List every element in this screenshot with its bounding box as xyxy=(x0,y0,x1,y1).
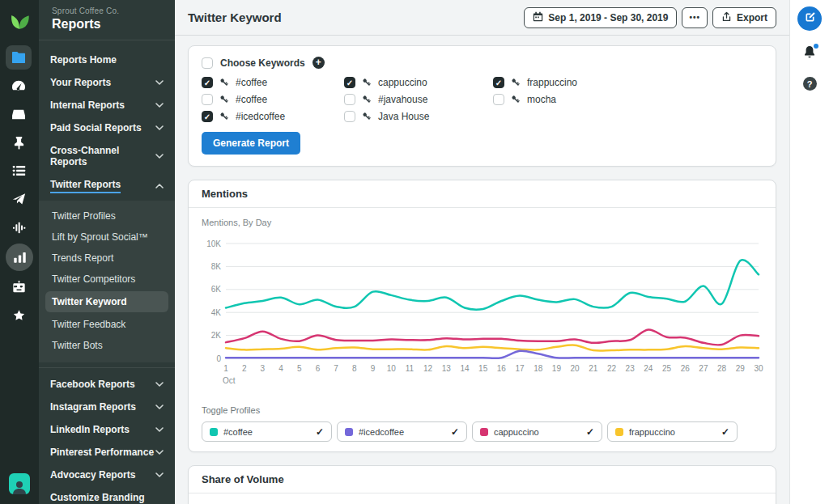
rail-icon-list xyxy=(6,45,33,332)
reports-sidebar: Sprout Coffee Co. Reports Reports Home Y… xyxy=(39,0,175,504)
keyword-option-icedcoffee[interactable]: ✓#icedcoffee xyxy=(202,111,344,122)
compose-button[interactable] xyxy=(797,6,822,31)
choose-keywords-checkbox[interactable] xyxy=(202,57,213,69)
sidebar-group-internal-reports[interactable]: Internal Reports xyxy=(39,94,175,116)
sidebar-item-twitter-keyword[interactable]: Twitter Keyword xyxy=(45,291,168,312)
svg-text:14: 14 xyxy=(460,364,470,373)
sidebar-item-twitter-bots[interactable]: Twitter Bots xyxy=(39,335,175,356)
avatar[interactable] xyxy=(9,473,30,494)
sidebar-item-twitter-profiles[interactable]: Twitter Profiles xyxy=(39,205,175,227)
sidebar-item-lift-by-sprout-social[interactable]: Lift by Sprout Social™ xyxy=(39,227,175,248)
inbox-tray-icon[interactable] xyxy=(6,102,32,126)
keyword-option-frappuccino[interactable]: ✓frappuccino xyxy=(493,77,577,88)
header-actions: Sep 1, 2019 - Sep 30, 2019 ••• Export xyxy=(524,7,776,28)
sidebar-group-facebook-reports[interactable]: Facebook Reports xyxy=(39,373,175,396)
bot-icon[interactable] xyxy=(6,275,32,299)
svg-text:8K: 8K xyxy=(211,262,222,271)
keyword-option-mocha[interactable]: mocha xyxy=(493,94,577,105)
toggle-profile-pill-frappuccino[interactable]: frappuccino✓ xyxy=(607,421,738,442)
sidebar-group-cross-channel-reports[interactable]: Cross-Channel Reports xyxy=(39,139,175,173)
keyword-checkbox[interactable] xyxy=(344,94,355,105)
key-icon xyxy=(219,95,229,104)
keyword-option-javahouse[interactable]: #javahouse xyxy=(344,94,493,105)
svg-text:2K: 2K xyxy=(211,331,222,340)
svg-text:17: 17 xyxy=(515,364,525,373)
svg-text:21: 21 xyxy=(589,364,598,373)
premium-star-icon[interactable] xyxy=(6,303,32,328)
chevron-down-icon xyxy=(155,472,164,477)
toggle-profile-pill-coffee[interactable]: #coffee✓ xyxy=(202,421,332,442)
generate-report-button[interactable]: Generate Report xyxy=(202,132,300,155)
sidebar-group-your-reports[interactable]: Your Reports xyxy=(39,71,175,94)
keyword-option-cappuccino[interactable]: ✓cappuccino xyxy=(344,77,493,88)
help-button[interactable]: ? xyxy=(803,77,817,91)
reports-bar-chart-icon[interactable] xyxy=(6,244,33,271)
series-line-frappuccino xyxy=(226,345,759,351)
series-line-coffee xyxy=(226,260,759,310)
date-range-button[interactable]: Sep 1, 2019 - Sep 30, 2019 xyxy=(524,7,677,28)
org-name: Sprout Coffee Co. xyxy=(52,6,162,15)
keyword-option-java-house[interactable]: Java House xyxy=(344,111,493,122)
svg-text:3: 3 xyxy=(261,364,266,373)
keyword-checkbox[interactable] xyxy=(493,94,504,105)
keyword-checkbox[interactable]: ✓ xyxy=(344,77,355,88)
sidebar-group-instagram-reports[interactable]: Instagram Reports xyxy=(39,396,175,418)
chart-subtitle: Mentions, By Day xyxy=(202,218,763,227)
keyword-option-coffee[interactable]: #coffee xyxy=(202,94,344,105)
tasks-list-icon[interactable] xyxy=(6,159,32,183)
sidebar-groups: Your ReportsInternal ReportsPaid Social … xyxy=(39,71,175,199)
sidebar-group-pinterest-performance[interactable]: Pinterest Performance xyxy=(39,441,175,464)
keyword-checkbox[interactable]: ✓ xyxy=(202,111,213,122)
svg-text:24: 24 xyxy=(644,364,653,373)
keyword-checkbox[interactable]: ✓ xyxy=(202,77,213,88)
sidebar-group-advocacy-reports[interactable]: Advocacy Reports xyxy=(39,464,175,486)
add-keyword-button[interactable]: + xyxy=(312,57,325,69)
keyword-option-coffee[interactable]: ✓#coffee xyxy=(202,77,344,88)
keyword-label: #javahouse xyxy=(378,94,427,105)
sidebar-group-paid-social-reports[interactable]: Paid Social Reports xyxy=(39,116,175,139)
publishing-paper-plane-icon[interactable] xyxy=(6,187,32,211)
toggle-profile-pill-cappuccino[interactable]: cappuccino✓ xyxy=(472,421,602,442)
keyword-checkbox[interactable] xyxy=(344,111,355,122)
series-color-swatch xyxy=(345,428,353,436)
sprout-logo-icon[interactable] xyxy=(6,8,32,32)
sidebar-group-twitter-reports[interactable]: Twitter Reports xyxy=(39,173,175,199)
keyword-checkbox[interactable]: ✓ xyxy=(493,77,504,88)
keyword-label: #coffee xyxy=(236,77,267,88)
share-of-volume-title: Share of Volume xyxy=(189,466,776,493)
svg-text:16: 16 xyxy=(497,364,507,373)
dashboard-gauge-icon[interactable] xyxy=(6,74,32,98)
pin-icon[interactable] xyxy=(6,130,32,155)
svg-text:29: 29 xyxy=(736,364,746,373)
svg-text:11: 11 xyxy=(406,364,414,373)
series-line-cappuccino xyxy=(226,329,759,345)
export-button[interactable]: Export xyxy=(712,7,776,28)
sidebar-group-linkedin-reports[interactable]: LinkedIn Reports xyxy=(39,418,175,441)
main-header: Twitter Keyword Sep 1, 2019 - Sep 30, 20… xyxy=(175,0,789,36)
more-options-button[interactable]: ••• xyxy=(682,7,708,28)
key-icon xyxy=(219,112,229,121)
compose-pencil-icon xyxy=(804,11,816,27)
sidebar-item-trends-report[interactable]: Trends Report xyxy=(39,248,175,269)
sidebar-item-twitter-feedback[interactable]: Twitter Feedback xyxy=(39,314,175,335)
sidebar-item-twitter-competitors[interactable]: Twitter Competitors xyxy=(39,269,175,290)
svg-text:9: 9 xyxy=(371,364,376,373)
toggle-profile-label: #coffee xyxy=(223,427,253,437)
notifications-button[interactable] xyxy=(803,45,816,62)
chevron-down-icon xyxy=(155,103,164,108)
svg-text:Oct: Oct xyxy=(223,376,236,385)
svg-text:22: 22 xyxy=(607,364,617,373)
keyword-chooser-card: Choose Keywords + ✓#coffee#coffee✓#icedc… xyxy=(188,45,776,167)
keyword-checkbox[interactable] xyxy=(202,94,213,105)
listening-waveform-icon[interactable] xyxy=(6,215,32,239)
app-window: Sprout Coffee Co. Reports Reports Home Y… xyxy=(0,0,829,504)
toggle-profile-pill-icedcoffee[interactable]: #icedcoffee✓ xyxy=(337,421,467,442)
sidebar-item-customize-branding[interactable]: Customize Branding xyxy=(39,486,175,504)
toggle-profile-label: #icedcoffee xyxy=(359,427,404,437)
keyword-column: ✓cappuccino#javahouseJava House xyxy=(344,77,493,122)
svg-text:8: 8 xyxy=(352,364,357,373)
reports-folder-icon[interactable] xyxy=(6,45,32,70)
series-color-swatch xyxy=(615,428,623,436)
chevron-down-icon xyxy=(155,404,164,409)
sidebar-item-reports-home[interactable]: Reports Home xyxy=(39,49,175,71)
